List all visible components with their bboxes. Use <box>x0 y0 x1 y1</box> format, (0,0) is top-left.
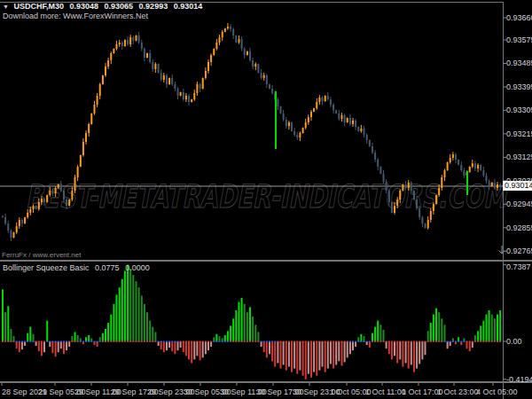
candle-up <box>99 84 101 96</box>
histogram-bar <box>213 337 215 341</box>
candle-up <box>19 220 20 226</box>
candle-down <box>391 202 393 213</box>
squeeze-dot <box>308 341 309 342</box>
candle-down <box>280 106 282 113</box>
histogram-bar <box>177 341 179 350</box>
candle-up <box>263 75 265 78</box>
candle-up <box>146 53 148 58</box>
histogram-bar <box>119 287 121 341</box>
histogram-bar <box>288 341 290 367</box>
squeeze-dot <box>458 341 459 342</box>
squeeze-dot <box>325 341 326 342</box>
histogram-bar <box>280 341 282 369</box>
squeeze-dot <box>252 341 254 342</box>
histogram-bar <box>41 341 43 356</box>
histogram-bar <box>261 341 262 347</box>
histogram-bar <box>391 341 393 359</box>
squeeze-dot <box>141 341 143 342</box>
squeeze-dot <box>38 341 40 342</box>
chart-canvas[interactable]: BEST-METATRADER-INDICATORS.COM <box>0 0 532 399</box>
squeeze-dot <box>241 341 243 342</box>
squeeze-dot <box>43 341 45 342</box>
squeeze-dot <box>102 341 104 342</box>
squeeze-dot <box>121 341 123 342</box>
candle-down <box>2 216 4 218</box>
squeeze-dot <box>293 341 295 342</box>
histogram-bar <box>357 337 359 341</box>
histogram-bar <box>13 336 15 341</box>
squeeze-dot <box>254 341 256 342</box>
candle-down <box>330 99 332 105</box>
candle-down <box>355 121 356 127</box>
squeeze-dot <box>35 341 37 342</box>
histogram-bar <box>386 341 387 348</box>
squeeze-dot <box>58 341 59 342</box>
candle-down <box>241 39 243 49</box>
candle-down <box>455 154 457 160</box>
histogram-bar <box>141 296 143 342</box>
time-axis[interactable] <box>0 383 503 399</box>
histogram-bar <box>224 335 226 341</box>
histogram-bar <box>325 341 326 372</box>
candle-down <box>416 200 418 208</box>
candle-up <box>196 84 198 93</box>
candle-up <box>452 154 454 158</box>
candle-down <box>230 27 231 29</box>
candle-down <box>474 163 476 168</box>
histogram-bar <box>71 336 73 341</box>
histogram-bar <box>55 341 57 356</box>
histogram-bar <box>408 341 410 369</box>
candle-up <box>180 92 182 96</box>
histogram-bar <box>33 334 35 341</box>
candle-down <box>51 191 53 193</box>
price-axis[interactable] <box>504 3 532 381</box>
histogram-bar <box>132 275 134 341</box>
squeeze-dot <box>377 341 379 342</box>
histogram-bar <box>230 325 231 341</box>
squeeze-dot <box>413 341 415 342</box>
histogram-bar <box>374 327 376 341</box>
squeeze-dot <box>357 341 359 342</box>
histogram-bar <box>124 270 126 341</box>
histogram-bar <box>379 325 381 341</box>
squeeze-dot <box>154 341 156 342</box>
squeeze-dot <box>318 341 320 342</box>
squeeze-dot <box>185 341 187 342</box>
squeeze-dot <box>7 341 9 342</box>
candle-up <box>308 117 309 122</box>
histogram-bar <box>16 341 18 348</box>
squeeze-dot <box>472 341 473 342</box>
candle-up <box>129 37 131 44</box>
mt4-chart-window: BEST-METATRADER-INDICATORS.COM ▼ USDCHF,… <box>0 0 532 399</box>
candle-up <box>82 142 84 155</box>
squeeze-dot <box>4 341 6 342</box>
histogram-bar <box>129 269 131 341</box>
histogram-bar <box>144 304 145 341</box>
squeeze-dot <box>219 341 221 342</box>
histogram-bar <box>254 325 256 341</box>
candle-down <box>425 223 426 228</box>
squeeze-dot <box>171 341 173 342</box>
candle-down <box>200 84 201 89</box>
squeeze-dot <box>402 341 403 342</box>
histogram-bar <box>160 341 162 349</box>
squeeze-dot <box>291 341 293 342</box>
candle-down <box>283 113 285 120</box>
histogram-bar <box>10 329 12 341</box>
candle-up <box>38 202 40 209</box>
squeeze-dot <box>49 341 51 342</box>
histogram-bar <box>452 339 454 342</box>
squeeze-dot <box>224 341 226 342</box>
histogram-bar <box>477 331 479 341</box>
histogram-bar <box>349 341 351 354</box>
histogram-bar <box>107 323 109 341</box>
indicator-chart-area[interactable] <box>0 262 503 381</box>
histogram-bar <box>27 333 28 341</box>
candle-up <box>435 195 437 204</box>
histogram-bar <box>246 312 248 341</box>
histogram-bar <box>185 341 187 356</box>
candle-up <box>222 32 223 37</box>
squeeze-dot <box>486 341 488 342</box>
histogram-bar <box>411 341 412 365</box>
squeeze-dot <box>244 341 246 342</box>
